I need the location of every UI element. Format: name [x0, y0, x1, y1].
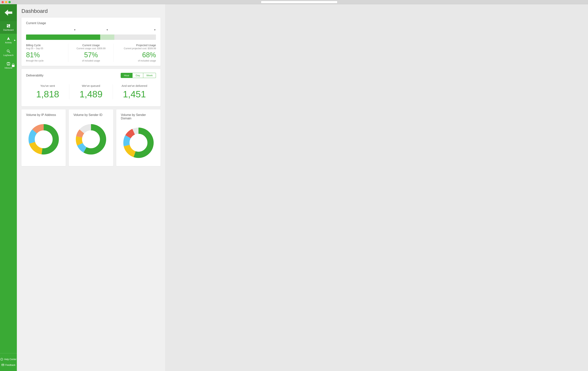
usage-bar-fill: [26, 34, 100, 40]
svg-text:?: ?: [1, 359, 2, 360]
dropdown-usage[interactable]: ▼: [106, 29, 108, 31]
dashboard-label: Dashboard: [3, 29, 14, 31]
volume-ip-card: Volume by IP Address: [21, 109, 66, 166]
projected-usage-title: Projected Usage: [117, 44, 156, 47]
volume-sender-domain-chart: [121, 123, 156, 162]
volume-sender-domain-title: Volume by Sender Domain: [121, 113, 156, 120]
close-button[interactable]: [1, 1, 4, 3]
dropdown-projected[interactable]: ▼: [154, 29, 156, 31]
sidebar-item-logsearch[interactable]: LogSearch: [0, 46, 17, 59]
projected-usage-subtitle: Current projected cost: $309.99: [117, 47, 156, 50]
help-icon: ?: [0, 358, 3, 361]
queued-label: We've queued: [69, 84, 112, 87]
usage-bar-track: [26, 34, 156, 40]
deliverability-card: Deliverability Hour Day Week You've sent…: [21, 69, 160, 106]
billing-cycle-title: Billing Cycle: [26, 44, 65, 47]
sidebar-item-activity[interactable]: Activity ▶: [0, 34, 17, 46]
feedback-label: Feedback: [5, 364, 16, 366]
volume-ip-donut: [26, 122, 61, 157]
page-title: Dashboard: [21, 8, 160, 14]
svg-line-6: [9, 52, 10, 53]
usage-bar-projected: [100, 34, 115, 40]
volume-ip-title: Volume by IP Address: [26, 113, 61, 117]
svg-marker-4: [7, 37, 10, 40]
volume-sender-domain-donut: [121, 126, 156, 160]
billing-cycle-value: 81%: [26, 51, 65, 59]
volume-sender-id-donut: [74, 122, 108, 157]
activity-label: Activity: [5, 41, 12, 44]
volume-sender-id-card: Volume by Sender ID: [69, 109, 113, 166]
main-content: Dashboard Current Usage ▼ ▼ ▼: [17, 4, 165, 371]
sidebar-nav: Dashboard Activity ▶ LogSearch: [0, 21, 17, 353]
tab-day[interactable]: Day: [133, 73, 143, 78]
window-chrome: [0, 0, 588, 4]
logsearch-icon: [6, 49, 10, 53]
dashboard-icon: [6, 24, 10, 28]
deliverability-header: Deliverability Hour Day Week: [26, 73, 156, 78]
current-usage-stat-subtitle: Current usage cost: $309.99: [72, 47, 111, 50]
help-center-link[interactable]: ? Help Center: [0, 356, 17, 362]
billing-cycle-note: through the cycle: [26, 59, 65, 62]
dropdown-billing[interactable]: ▼: [74, 29, 76, 31]
svg-rect-0: [7, 24, 8, 25]
delivered-value: 1,451: [113, 89, 156, 99]
volume-sender-id-title: Volume by Sender ID: [73, 113, 108, 117]
volume-sender-domain-card: Volume by Sender Domain: [116, 109, 160, 166]
lock-icon: [11, 63, 15, 68]
queued-value: 1,489: [69, 89, 112, 99]
deliverability-title: Deliverability: [26, 74, 43, 77]
deliverability-stats: You've sent 1,818 We've queued 1,489 And…: [26, 81, 156, 103]
delivered-stat: And we've delivered 1,451: [113, 84, 156, 99]
projected-usage-note: of included usage: [117, 59, 156, 62]
address-bar[interactable]: [261, 1, 337, 3]
sidebar: Dashboard Activity ▶ LogSearch: [0, 4, 17, 371]
billing-cycle-subtitle: Aug 05 – Sep 05: [26, 47, 65, 50]
current-usage-stat-note: of included usage: [72, 59, 111, 62]
queued-stat: We've queued 1,489: [69, 84, 113, 99]
sent-label: You've sent: [26, 84, 69, 87]
current-usage-stat: Current Usage Current usage cost: $309.9…: [68, 44, 114, 62]
sent-stat: You've sent 1,818: [26, 84, 69, 99]
current-usage-stat-value: 57%: [72, 51, 111, 59]
sidebar-item-dashboard[interactable]: Dashboard: [0, 21, 17, 34]
time-tabs: Hour Day Week: [121, 73, 156, 78]
activity-arrow: ▶: [14, 39, 16, 41]
tab-hour[interactable]: Hour: [121, 73, 133, 78]
volume-charts-row: Volume by IP Address: [21, 109, 160, 169]
volume-sender-id-chart: [73, 120, 108, 159]
volume-ip-chart: [26, 120, 61, 159]
svg-rect-2: [9, 24, 10, 26]
inbound-icon: [6, 62, 10, 66]
feedback-icon: [1, 364, 4, 366]
billing-cycle-stat: Billing Cycle Aug 05 – Sep 05 81% throug…: [26, 44, 68, 62]
current-usage-title: Current Usage: [26, 21, 156, 25]
svg-point-5: [7, 50, 9, 52]
svg-rect-3: [9, 27, 10, 28]
logsearch-label: LogSearch: [3, 54, 13, 56]
sidebar-item-inbound[interactable]: Inbound: [0, 59, 17, 72]
logo-icon: [4, 8, 13, 17]
maximize-button[interactable]: [9, 1, 11, 3]
projected-usage-stat: Projected Usage Current projected cost: …: [114, 44, 156, 62]
svg-rect-1: [7, 25, 8, 27]
sidebar-bottom: ? Help Center Feedback: [0, 353, 17, 371]
projected-usage-value: 68%: [117, 51, 156, 59]
current-usage-stat-title: Current Usage: [72, 44, 111, 47]
tab-week[interactable]: Week: [143, 73, 156, 78]
usage-bar-container: ▼ ▼ ▼: [26, 28, 156, 40]
svg-rect-9: [12, 65, 15, 67]
current-usage-card: Current Usage ▼ ▼ ▼: [21, 18, 160, 66]
logo: [0, 4, 17, 21]
activity-icon: [6, 36, 10, 41]
usage-stats: Billing Cycle Aug 05 – Sep 05 81% throug…: [26, 44, 156, 62]
minimize-button[interactable]: [5, 1, 7, 3]
feedback-link[interactable]: Feedback: [0, 362, 17, 368]
sent-value: 1,818: [26, 89, 69, 99]
help-center-label: Help Center: [4, 358, 16, 361]
delivered-label: And we've delivered: [113, 84, 156, 87]
